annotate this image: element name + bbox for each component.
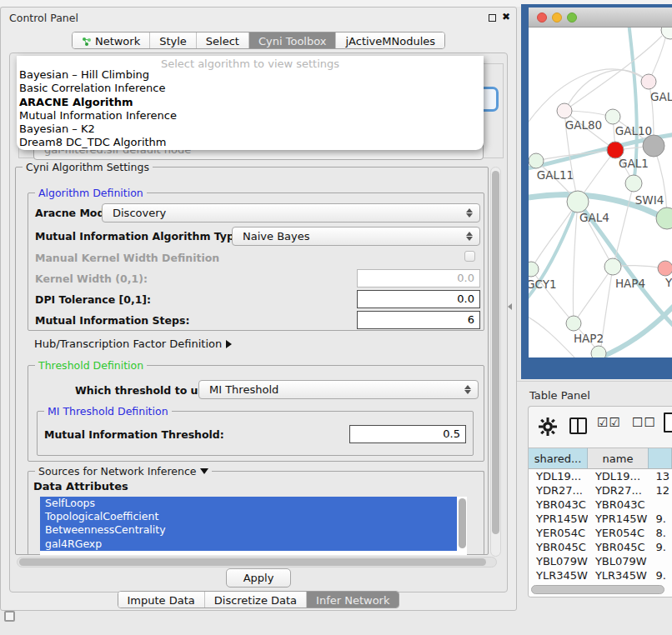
table-row[interactable]: YBR045CYBR045C9. [529, 540, 672, 554]
attribute-item[interactable]: SelfLoops [40, 497, 457, 510]
table-panel-body: ☑☑ ☐☐ shared...name YDL19...YDL19...13YD… [528, 406, 672, 598]
table-row[interactable]: YBL079WYBL079W [529, 554, 672, 568]
which-threshold-value: MI Threshold [209, 383, 278, 396]
node-gray-node[interactable] [643, 135, 664, 157]
mac-zoom-icon[interactable] [567, 12, 577, 22]
network-canvas[interactable]: GAL7GAL80GAL10GAL1GAL11SWI4GAL4GCY1HAP4Y… [529, 28, 672, 358]
gear-icon[interactable] [539, 418, 557, 436]
document-icon[interactable] [664, 412, 672, 432]
columns-icon[interactable] [569, 418, 587, 434]
table-row[interactable]: YBR043CYBR043C [529, 498, 672, 512]
aracne-mode-value: Discovery [113, 207, 166, 219]
collapse-down-icon[interactable] [200, 468, 208, 474]
unchecked-boxes-icon[interactable]: ☐☐ [632, 415, 656, 430]
node-SWI4[interactable] [625, 175, 642, 192]
manual-kernel-checkbox[interactable] [464, 251, 475, 262]
network-icon [82, 37, 92, 47]
algorithm-option[interactable]: Bayesian – Hill Climbing [17, 68, 484, 82]
float-window-icon[interactable] [489, 14, 496, 22]
node-GCY1[interactable] [529, 262, 539, 277]
checked-boxes-icon[interactable]: ☑☑ [597, 415, 621, 430]
column-header[interactable]: shared... [529, 448, 588, 469]
tab-impute-data[interactable]: Impute Data [118, 592, 204, 608]
node-label-SWI4: SWI4 [635, 193, 664, 207]
node-bottom-node[interactable] [591, 346, 606, 358]
table-row[interactable]: YDL19...YDL19...13 [529, 469, 672, 483]
table-cell: 12 [649, 483, 672, 498]
node-GAL80[interactable] [557, 103, 572, 118]
dock-restore-icon[interactable] [4, 611, 15, 622]
table-row[interactable]: YPR145WYPR145W9. [529, 512, 672, 526]
apply-button[interactable]: Apply [226, 568, 291, 588]
control-panel-titlebar[interactable]: Control Panel ✖ [1, 8, 516, 29]
table-cell: YBL079W [588, 554, 649, 568]
node-GAL11[interactable] [529, 153, 544, 168]
mi-steps-field[interactable]: 6 [357, 311, 480, 329]
tab-jactivemnodules[interactable]: jActiveMNodules [335, 32, 444, 48]
node-HAP2[interactable] [566, 316, 581, 331]
node-GAL4[interactable] [567, 191, 589, 212]
network-labels: GAL7GAL80GAL10GAL1GAL11SWI4GAL4GCY1HAP4Y… [529, 90, 672, 345]
scrollbar-thumb[interactable] [492, 171, 499, 534]
splitpane-handle-icon[interactable] [508, 303, 512, 310]
hub-definition-expander[interactable]: Hub/Transcription Factor Definition [34, 338, 232, 350]
table-cell: YDL19... [529, 469, 588, 483]
node-GAL10[interactable] [605, 109, 620, 124]
tab-infer-network[interactable]: Infer Network [306, 592, 399, 608]
node-top-partial[interactable] [661, 28, 672, 39]
close-icon[interactable]: ✖ [502, 11, 510, 22]
tab-cyni-toolbox[interactable]: Cyni Toolbox [248, 32, 336, 48]
data-attributes-list[interactable]: SelfLoopsTopologicalCoefficientBetweenne… [40, 497, 467, 555]
bottom-tab-bar: Impute DataDiscretize DataInfer Network [1, 591, 516, 608]
scrollbar-thumb[interactable] [19, 558, 486, 566]
algorithm-option[interactable]: Basic Correlation Inference [17, 82, 484, 95]
attribute-item[interactable]: gal4RGexp [40, 538, 457, 551]
network-window-titlebar[interactable] [529, 8, 672, 28]
table-row[interactable]: YDR27...YDR27...12 [529, 483, 672, 498]
mi-threshold-field[interactable]: 0.5 [349, 425, 466, 443]
node-label-GAL80: GAL80 [565, 118, 602, 132]
expand-right-icon [226, 340, 232, 348]
column-header[interactable] [649, 448, 672, 469]
aracne-mode-combo[interactable]: Discovery [102, 203, 480, 222]
node-Y-pink[interactable] [658, 261, 672, 276]
attribute-item[interactable]: BetweennessCentrality [40, 523, 457, 537]
combo-arrows-icon [466, 208, 473, 218]
algorithm-option[interactable]: Dream8 DC_TDC Algorithm [17, 136, 484, 149]
node-right-green[interactable] [656, 208, 672, 229]
column-header[interactable]: name [588, 448, 649, 469]
tab-network[interactable]: Network [73, 32, 149, 48]
top-tab-group: NetworkStyleSelectCyni ToolboxjActiveMNo… [72, 32, 445, 49]
algorithm-option[interactable]: Mutual Information Inference [17, 109, 484, 122]
node-label-GAL11: GAL11 [537, 168, 574, 182]
attribute-item[interactable]: TopologicalCoefficient [40, 510, 457, 523]
table-row[interactable]: YLR345WYLR345W9. [529, 568, 672, 582]
algorithm-option[interactable]: ARACNE Algorithm [17, 96, 484, 109]
list-scrollbar[interactable] [459, 498, 466, 548]
tab-discretize-data[interactable]: Discretize Data [204, 592, 306, 608]
table-row[interactable]: YER054CYER054C8. [529, 526, 672, 540]
hub-definition-label: Hub/Transcription Factor Definition [34, 338, 222, 350]
which-threshold-combo[interactable]: MI Threshold [198, 380, 479, 399]
table-horizontal-scrollbar[interactable] [531, 585, 664, 594]
dpi-tolerance-field[interactable]: 0.0 [357, 290, 480, 308]
mi-type-combo[interactable]: Naive Bayes [232, 227, 480, 246]
node-HAP4[interactable] [604, 258, 621, 275]
settings-horizontal-scrollbar[interactable] [17, 557, 497, 568]
node-GAL7[interactable] [641, 74, 656, 89]
table-cell: YPR145W [588, 512, 649, 526]
tab-select[interactable]: Select [196, 32, 248, 48]
mi-type-value: Naive Bayes [243, 230, 309, 242]
which-threshold-label: Which threshold to use: [75, 384, 215, 397]
node-label-HAP2: HAP2 [574, 332, 604, 345]
table-header-row: shared...name [529, 448, 672, 469]
node-GAL1[interactable] [607, 142, 624, 158]
tab-style[interactable]: Style [149, 32, 196, 48]
kernel-width-field[interactable]: 0.0 [357, 269, 480, 288]
table-body: YDL19...YDL19...13YDR27...YDR27...12YBR0… [529, 469, 672, 597]
algorithm-option[interactable]: Bayesian – K2 [17, 122, 484, 136]
settings-vertical-scrollbar[interactable] [490, 167, 501, 557]
mac-minimize-icon[interactable] [552, 12, 562, 22]
mac-close-icon[interactable] [537, 12, 547, 22]
table-cell [649, 554, 672, 568]
